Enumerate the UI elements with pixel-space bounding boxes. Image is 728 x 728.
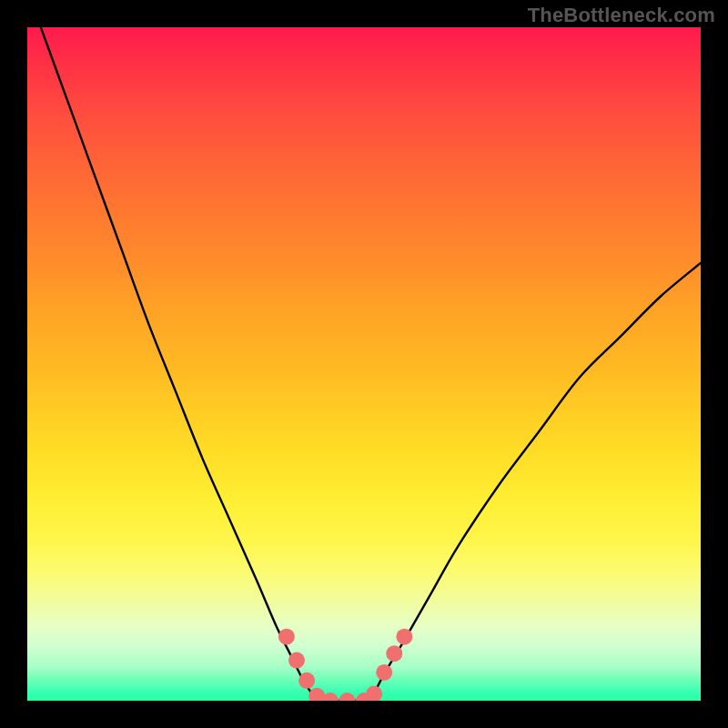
curve-layer (27, 27, 701, 701)
marker-point (376, 664, 392, 681)
marker-point (339, 693, 356, 701)
marker-point (288, 652, 305, 669)
marker-points (278, 629, 413, 701)
plot-area (27, 27, 701, 701)
series-right-branch (370, 263, 701, 701)
chart-frame: TheBottleneck.com (0, 0, 728, 728)
watermark-label: TheBottleneck.com (528, 4, 715, 27)
curve-lines (41, 27, 701, 701)
marker-point (366, 686, 382, 701)
marker-point (396, 629, 412, 645)
marker-point (386, 645, 402, 662)
marker-point (278, 629, 295, 645)
series-left-branch (41, 27, 317, 701)
marker-point (298, 672, 315, 689)
